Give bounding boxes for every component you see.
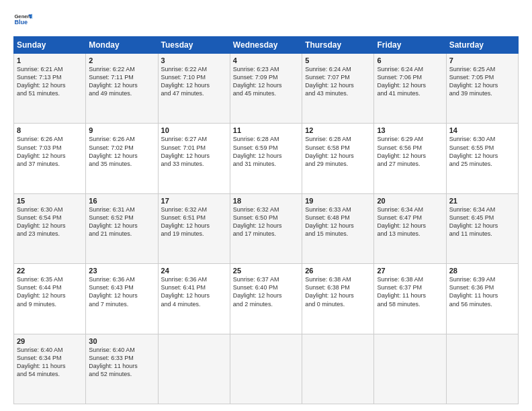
cell-info: Sunrise: 6:36 AMSunset: 6:43 PMDaylight:… <box>89 275 154 308</box>
cell-info: Sunrise: 6:33 AMSunset: 6:48 PMDaylight:… <box>305 205 371 238</box>
cell-info: Sunrise: 6:22 AMSunset: 7:11 PMDaylight:… <box>89 65 154 98</box>
cell-info: Sunrise: 6:27 AMSunset: 7:01 PMDaylight:… <box>161 135 227 168</box>
calendar-day-header: Sunday <box>14 37 86 54</box>
cell-info: Sunrise: 6:31 AMSunset: 6:52 PMDaylight:… <box>89 205 154 238</box>
calendar-day-header: Tuesday <box>158 37 230 54</box>
cell-info: Sunrise: 6:38 AMSunset: 6:38 PMDaylight:… <box>305 275 371 308</box>
day-number: 3 <box>161 56 227 64</box>
cell-info: Sunrise: 6:32 AMSunset: 6:51 PMDaylight:… <box>161 205 227 238</box>
calendar-cell: 23Sunrise: 6:36 AMSunset: 6:43 PMDayligh… <box>86 264 158 334</box>
calendar-day-header: Thursday <box>302 37 374 54</box>
day-number: 2 <box>89 56 154 64</box>
day-number: 28 <box>449 267 515 275</box>
day-number: 7 <box>449 56 515 64</box>
calendar-cell: 5Sunrise: 6:24 AMSunset: 7:07 PMDaylight… <box>302 54 374 124</box>
calendar-day-header: Wednesday <box>230 37 302 54</box>
day-number: 23 <box>89 267 154 275</box>
day-number: 4 <box>233 56 299 64</box>
calendar-cell: 8Sunrise: 6:26 AMSunset: 7:03 PMDaylight… <box>14 124 86 193</box>
calendar-cell: 25Sunrise: 6:37 AMSunset: 6:40 PMDayligh… <box>230 264 302 334</box>
day-number: 1 <box>17 56 83 64</box>
cell-info: Sunrise: 6:26 AMSunset: 7:03 PMDaylight:… <box>17 135 83 168</box>
calendar-cell: 17Sunrise: 6:32 AMSunset: 6:51 PMDayligh… <box>158 193 230 263</box>
cell-info: Sunrise: 6:36 AMSunset: 6:41 PMDaylight:… <box>161 275 227 308</box>
calendar-cell: 28Sunrise: 6:39 AMSunset: 6:36 PMDayligh… <box>446 264 518 334</box>
day-number: 29 <box>17 337 83 345</box>
calendar-cell: 30Sunrise: 6:40 AMSunset: 6:33 PMDayligh… <box>86 334 158 404</box>
calendar-cell: 10Sunrise: 6:27 AMSunset: 7:01 PMDayligh… <box>158 124 230 193</box>
cell-info: Sunrise: 6:23 AMSunset: 7:09 PMDaylight:… <box>233 65 299 98</box>
day-number: 6 <box>377 56 443 64</box>
calendar-cell: 20Sunrise: 6:34 AMSunset: 6:47 PMDayligh… <box>374 193 446 263</box>
calendar-week-row: 8Sunrise: 6:26 AMSunset: 7:03 PMDaylight… <box>14 124 519 193</box>
cell-info: Sunrise: 6:22 AMSunset: 7:10 PMDaylight:… <box>161 65 227 98</box>
calendar-week-row: 29Sunrise: 6:40 AMSunset: 6:34 PMDayligh… <box>14 334 519 404</box>
calendar-cell: 9Sunrise: 6:26 AMSunset: 7:02 PMDaylight… <box>86 124 158 193</box>
cell-info: Sunrise: 6:21 AMSunset: 7:13 PMDaylight:… <box>17 65 83 98</box>
cell-info: Sunrise: 6:28 AMSunset: 6:58 PMDaylight:… <box>305 135 371 168</box>
day-number: 10 <box>161 126 227 134</box>
calendar-day-header: Friday <box>374 37 446 54</box>
day-number: 17 <box>161 197 227 205</box>
calendar-cell: 26Sunrise: 6:38 AMSunset: 6:38 PMDayligh… <box>302 264 374 334</box>
calendar-cell: 22Sunrise: 6:35 AMSunset: 6:44 PMDayligh… <box>14 264 86 334</box>
logo-icon: General Blue <box>13 11 32 30</box>
calendar-cell <box>302 334 374 404</box>
calendar-cell <box>230 334 302 404</box>
day-number: 21 <box>449 197 515 205</box>
calendar-cell: 2Sunrise: 6:22 AMSunset: 7:11 PMDaylight… <box>86 54 158 124</box>
calendar-cell: 18Sunrise: 6:32 AMSunset: 6:50 PMDayligh… <box>230 193 302 263</box>
logo: General Blue <box>13 11 32 30</box>
calendar-cell <box>446 334 518 404</box>
day-number: 15 <box>17 197 83 205</box>
day-number: 26 <box>305 267 371 275</box>
cell-info: Sunrise: 6:34 AMSunset: 6:45 PMDaylight:… <box>449 205 515 238</box>
cell-info: Sunrise: 6:26 AMSunset: 7:02 PMDaylight:… <box>89 135 154 168</box>
calendar-cell: 19Sunrise: 6:33 AMSunset: 6:48 PMDayligh… <box>302 193 374 263</box>
calendar-header-row: SundayMondayTuesdayWednesdayThursdayFrid… <box>14 37 519 54</box>
calendar-week-row: 15Sunrise: 6:30 AMSunset: 6:54 PMDayligh… <box>14 193 519 263</box>
cell-info: Sunrise: 6:25 AMSunset: 7:05 PMDaylight:… <box>449 65 515 98</box>
svg-text:Blue: Blue <box>14 19 28 26</box>
day-number: 12 <box>305 126 371 134</box>
calendar-cell: 15Sunrise: 6:30 AMSunset: 6:54 PMDayligh… <box>14 193 86 263</box>
cell-info: Sunrise: 6:39 AMSunset: 6:36 PMDaylight:… <box>449 275 515 308</box>
day-number: 11 <box>233 126 299 134</box>
day-number: 5 <box>305 56 371 64</box>
day-number: 18 <box>233 197 299 205</box>
day-number: 27 <box>377 267 443 275</box>
cell-info: Sunrise: 6:40 AMSunset: 6:33 PMDaylight:… <box>89 346 154 379</box>
day-number: 19 <box>305 197 371 205</box>
calendar-cell: 12Sunrise: 6:28 AMSunset: 6:58 PMDayligh… <box>302 124 374 193</box>
day-number: 9 <box>89 126 154 134</box>
cell-info: Sunrise: 6:34 AMSunset: 6:47 PMDaylight:… <box>377 205 443 238</box>
calendar-cell: 1Sunrise: 6:21 AMSunset: 7:13 PMDaylight… <box>14 54 86 124</box>
day-number: 20 <box>377 197 443 205</box>
cell-info: Sunrise: 6:32 AMSunset: 6:50 PMDaylight:… <box>233 205 299 238</box>
cell-info: Sunrise: 6:24 AMSunset: 7:06 PMDaylight:… <box>377 65 443 98</box>
cell-info: Sunrise: 6:38 AMSunset: 6:37 PMDaylight:… <box>377 275 443 308</box>
calendar-cell: 3Sunrise: 6:22 AMSunset: 7:10 PMDaylight… <box>158 54 230 124</box>
day-number: 24 <box>161 267 227 275</box>
calendar-cell: 6Sunrise: 6:24 AMSunset: 7:06 PMDaylight… <box>374 54 446 124</box>
cell-info: Sunrise: 6:24 AMSunset: 7:07 PMDaylight:… <box>305 65 371 98</box>
cell-info: Sunrise: 6:30 AMSunset: 6:55 PMDaylight:… <box>449 135 515 168</box>
calendar-cell: 11Sunrise: 6:28 AMSunset: 6:59 PMDayligh… <box>230 124 302 193</box>
calendar-cell: 16Sunrise: 6:31 AMSunset: 6:52 PMDayligh… <box>86 193 158 263</box>
header: General Blue <box>13 11 519 30</box>
cell-info: Sunrise: 6:28 AMSunset: 6:59 PMDaylight:… <box>233 135 299 168</box>
calendar-cell <box>374 334 446 404</box>
day-number: 22 <box>17 267 83 275</box>
calendar-cell: 13Sunrise: 6:29 AMSunset: 6:56 PMDayligh… <box>374 124 446 193</box>
calendar-week-row: 1Sunrise: 6:21 AMSunset: 7:13 PMDaylight… <box>14 54 519 124</box>
calendar-cell: 27Sunrise: 6:38 AMSunset: 6:37 PMDayligh… <box>374 264 446 334</box>
cell-info: Sunrise: 6:35 AMSunset: 6:44 PMDaylight:… <box>17 275 83 308</box>
calendar-day-header: Saturday <box>446 37 518 54</box>
page: General Blue SundayMondayTuesdayWednesda… <box>0 0 532 411</box>
calendar-cell: 29Sunrise: 6:40 AMSunset: 6:34 PMDayligh… <box>14 334 86 404</box>
cell-info: Sunrise: 6:29 AMSunset: 6:56 PMDaylight:… <box>377 135 443 168</box>
day-number: 13 <box>377 126 443 134</box>
cell-info: Sunrise: 6:37 AMSunset: 6:40 PMDaylight:… <box>233 275 299 308</box>
calendar-cell <box>158 334 230 404</box>
calendar-week-row: 22Sunrise: 6:35 AMSunset: 6:44 PMDayligh… <box>14 264 519 334</box>
